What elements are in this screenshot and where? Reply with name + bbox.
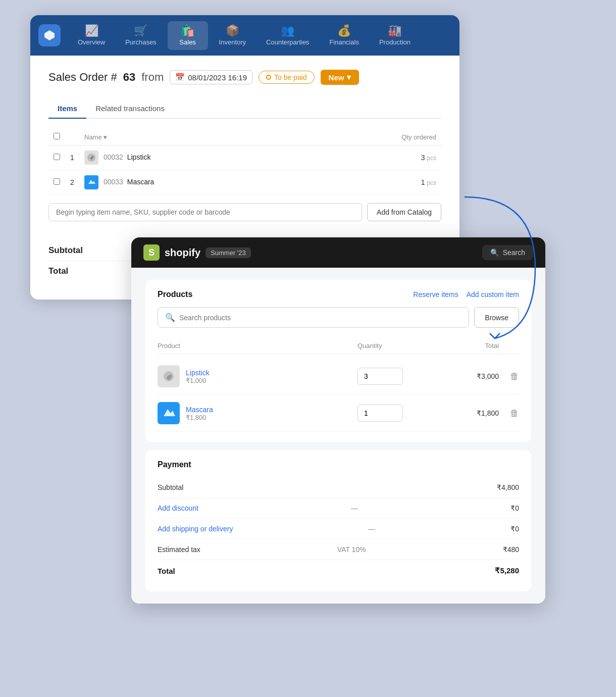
financials-icon: 💰: [337, 25, 351, 36]
order-from-label: from: [141, 71, 164, 84]
products-header: Products Reserve items Add custom item: [158, 290, 519, 299]
shopify-panel: S shopify Summer '23 🔍 Search Products R…: [131, 237, 545, 604]
search-icon: 🔍: [490, 248, 499, 257]
row-checkbox-2: [48, 170, 65, 195]
product-search-wrap[interactable]: 🔍: [158, 307, 469, 328]
mascara-name: Mascara: [186, 406, 213, 414]
product-info-lipstick: Lipstick ₹1,000: [158, 365, 357, 387]
nav-label-counterparties: Counterparties: [266, 38, 309, 46]
table-row: 2 00033 Mascara 1 pcs: [48, 170, 441, 195]
order-title: Sales Order #: [48, 71, 117, 84]
tab-related-transactions[interactable]: Related transactions: [86, 99, 174, 119]
products-table-header: Product Quantity Total: [158, 338, 519, 354]
payment-tax-value: ₹480: [503, 545, 519, 554]
add-custom-item-link[interactable]: Add custom item: [467, 290, 519, 298]
overview-icon: 📈: [85, 25, 98, 36]
nav-item-inventory[interactable]: 📦 Inventory: [210, 21, 255, 50]
payment-subtotal-label: Subtotal: [158, 483, 183, 491]
nav-item-production[interactable]: 🏭 Production: [370, 21, 420, 50]
row-1-num: 1: [65, 145, 79, 170]
nav-item-counterparties[interactable]: 👥 Counterparties: [257, 21, 318, 50]
col-qty-header: Qty ordered: [312, 129, 441, 145]
nav-item-overview[interactable]: 📈 Overview: [69, 21, 114, 50]
col-name-header[interactable]: Name ▾: [79, 129, 312, 145]
tab-items-label: Items: [58, 104, 77, 113]
search-products-icon: 🔍: [165, 313, 175, 322]
shopify-body: Products Reserve items Add custom item 🔍…: [131, 268, 545, 604]
purchases-icon: 🛒: [134, 25, 147, 36]
row-1-checkbox[interactable]: [54, 154, 60, 160]
status-dot: [266, 75, 271, 80]
lipstick-qty-input[interactable]: [357, 368, 403, 385]
payment-total-value: ₹5,280: [495, 566, 519, 575]
search-label: Search: [503, 248, 525, 257]
nav-label-financials: Financials: [329, 38, 359, 46]
production-icon: 🏭: [388, 25, 401, 36]
shopify-summer-tag: Summer '23: [206, 247, 251, 258]
nav-item-financials[interactable]: 💰 Financials: [320, 21, 368, 50]
add-catalog-button[interactable]: Add from Catalog: [367, 203, 441, 221]
lipstick-thumb: [84, 151, 98, 165]
order-date-badge[interactable]: 📅 08/01/2023 16:19: [170, 70, 252, 84]
payment-subtotal-value: ₹4,800: [497, 483, 519, 491]
browse-button[interactable]: Browse: [474, 307, 519, 328]
nav-item-sales[interactable]: 🛍️ Sales: [168, 21, 208, 50]
row-1-qty: 3 pcs: [312, 145, 441, 170]
payment-total-row: Total ₹5,280: [158, 560, 519, 581]
search-products-input[interactable]: [179, 314, 461, 322]
table-row: 1 00032 Lipstick 3 pcs: [48, 145, 441, 170]
calendar-icon: 📅: [175, 73, 185, 82]
col-row-num: [65, 129, 79, 145]
mascara-total: ₹1,800: [438, 409, 499, 417]
mascara-price: ₹1,800: [186, 414, 213, 421]
new-button[interactable]: New ▾: [321, 70, 360, 85]
inventory-icon: 📦: [226, 25, 239, 36]
products-section: Products Reserve items Add custom item 🔍…: [145, 280, 531, 442]
payment-discount-row: Add discount — ₹0: [158, 498, 519, 519]
products-title: Products: [158, 290, 192, 299]
product-row-mascara: Mascara ₹1,800 ₹1,800 🗑: [158, 395, 519, 432]
mascara-qty-input[interactable]: [357, 405, 403, 422]
erp-logo: [38, 24, 61, 46]
tab-items[interactable]: Items: [48, 99, 86, 119]
row-2-product: 00033 Mascara: [79, 170, 312, 195]
order-number: 63: [123, 71, 135, 84]
payment-tax-meta: VAT 10%: [337, 545, 366, 554]
payment-tax-row: Estimated tax VAT 10% ₹480: [158, 539, 519, 560]
payment-subtotal-row: Subtotal ₹4,800: [158, 477, 519, 498]
lipstick-delete-button[interactable]: 🗑: [499, 371, 519, 382]
add-item-row: Add from Catalog: [48, 203, 441, 221]
add-item-input[interactable]: [48, 203, 362, 221]
nav-item-purchases[interactable]: 🛒 Purchases: [116, 21, 165, 50]
payment-discount-value: ₹0: [510, 504, 519, 512]
mascara-delete-button[interactable]: 🗑: [499, 408, 519, 419]
lipstick-price: ₹1,000: [186, 377, 210, 384]
erp-tabs: Items Related transactions: [48, 99, 441, 119]
mascara-product-thumb: [158, 402, 180, 424]
row-checkbox-1: [48, 145, 65, 170]
lipstick-total: ₹3,000: [438, 372, 499, 380]
payment-shipping-meta: —: [368, 525, 375, 533]
order-status-badge: To be paid: [259, 71, 315, 84]
order-status: To be paid: [274, 73, 307, 81]
col-quantity: Quantity: [357, 342, 438, 350]
row-2-checkbox[interactable]: [54, 178, 60, 185]
payment-discount-label[interactable]: Add discount: [158, 504, 198, 512]
reserve-items-link[interactable]: Reserve items: [413, 290, 458, 298]
product-row-lipstick: Lipstick ₹1,000 ₹3,000 🗑: [158, 358, 519, 395]
select-all-checkbox[interactable]: [54, 133, 60, 139]
counterparties-icon: 👥: [281, 25, 294, 36]
browse-label: Browse: [485, 314, 508, 322]
payment-section: Payment Subtotal ₹4,800 Add discount — ₹…: [145, 450, 531, 591]
payment-shipping-label[interactable]: Add shipping or delivery: [158, 525, 233, 533]
shopify-brand-name: shopify: [165, 247, 200, 259]
col-total: Total: [438, 342, 499, 350]
new-button-label: New: [329, 73, 344, 82]
shopify-search-bar[interactable]: 🔍 Search: [482, 245, 533, 260]
nav-label-inventory: Inventory: [219, 38, 246, 46]
order-header: Sales Order # 63 from 📅 08/01/2023 16:19…: [48, 70, 441, 85]
items-table: Name ▾ Qty ordered 1: [48, 129, 441, 195]
shopify-logo: S shopify Summer '23: [143, 244, 251, 261]
products-table: Product Quantity Total Lipstick: [158, 338, 519, 432]
tab-related-label: Related transactions: [95, 104, 165, 113]
